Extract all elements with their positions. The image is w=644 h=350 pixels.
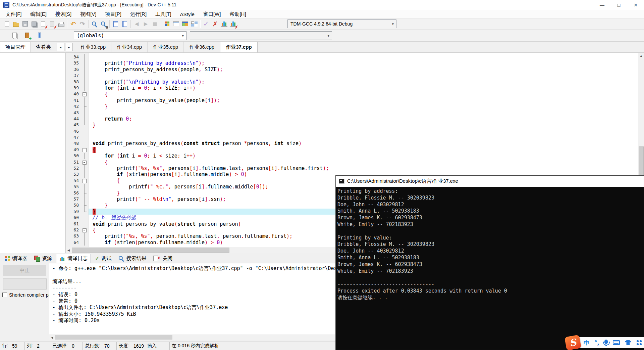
console-title-bar[interactable]: C:\Users\Administrator\Desktop\c语言\作业37.… [336,176,644,187]
code-line[interactable]: 34 [66,54,638,60]
virtual-keyboard-icon[interactable] [613,340,620,345]
code-line[interactable]: 50 for (int i = 0; i < size; i++) [66,153,638,159]
menu-search[interactable]: 搜索[S] [51,10,76,18]
voice-input-icon[interactable] [604,340,608,346]
shorten-paths-checkbox[interactable] [2,293,7,297]
code-line[interactable]: 37 [66,73,638,79]
project-options-icon[interactable] [180,19,190,29]
compiler-select[interactable]: TDM-GCC 4.9.2 64-bit Debug ▾ [287,19,396,28]
menu-tools[interactable]: 工具[T] [151,10,176,18]
insert-member-icon[interactable]: + [22,31,32,40]
run-icon[interactable] [220,19,229,29]
new-file-icon[interactable] [2,19,11,29]
editor-tab[interactable]: 作业34.cpp [111,42,148,52]
code-line[interactable]: 35 printf("Printing by address:\n"); [66,60,638,66]
code-line[interactable]: 46 [66,128,638,134]
menu-edit[interactable]: 编辑[E] [26,10,51,18]
undo-icon[interactable]: ↶ [69,19,78,29]
forward-icon[interactable]: ▶ [141,19,150,29]
toggle-class-browser-icon[interactable] [35,31,44,40]
new-window-icon[interactable] [171,19,180,29]
menu-astyle[interactable]: AStyle [176,10,199,18]
scrollbar-thumb[interactable] [55,335,172,340]
code-line[interactable]: 47 [66,134,638,140]
panel-tab-debug[interactable]: ✓调试 [92,254,114,263]
devcpp-window: C:\Users\Administrator\Desktop\c语言\作业37.… [0,0,644,350]
panel-tab-close[interactable]: ✗关闭 [150,254,175,263]
compile-icon[interactable]: ✓ [202,19,211,29]
goto-function-icon[interactable] [111,19,120,29]
code-line[interactable]: 41 print_persons_by_value(people[i]); [66,97,638,103]
sidebar-tab-class-viewer[interactable]: 查看类 [31,42,56,52]
panel-tab-compile-log[interactable]: 编译日志 [56,254,91,263]
code-line[interactable]: 42 } [66,103,638,110]
tab-scroll-left-button[interactable]: ◂ [57,43,64,51]
code-line[interactable]: 40 { [66,91,638,97]
menu-file[interactable]: 文件[F] [1,10,26,18]
scroll-left-icon[interactable]: ◀ [66,247,71,253]
profile-icon[interactable]: ✗ [229,19,238,29]
code-line[interactable]: 39 for (int i = 0; i < SIZE; i++) [66,85,638,91]
scrollbar-thumb[interactable] [72,248,229,253]
abort-run-icon[interactable]: ■ [150,19,159,29]
goto-line-icon[interactable] [120,19,129,29]
editor-tab[interactable]: 作业37.cpp [220,42,258,52]
sidebar-tab-project-manager[interactable]: 项目管理 [0,42,31,52]
members-select[interactable]: ▾ [190,31,332,40]
editor-tab[interactable]: 作业36.cpp [184,42,220,52]
code-line[interactable]: 36 print_persons_by_address(people, SIZE… [66,67,638,73]
fold-marker[interactable] [80,227,89,233]
save-all-icon[interactable] [30,19,39,29]
fold-marker[interactable] [80,178,89,184]
new-project-icon[interactable] [162,19,171,29]
editor-tab[interactable]: 作业33.cpp [75,42,111,52]
menu-help[interactable]: 帮助[H] [225,10,250,18]
fold-marker[interactable] [80,91,89,97]
panel-tab-compiler[interactable]: 编译器 [2,254,30,263]
redo-icon[interactable]: ↷ [78,19,87,29]
editor-tab[interactable]: 作业35.cpp [148,42,184,52]
code-line[interactable]: 38 printf("\nPrinting by value:\n"); [66,79,638,85]
title-bar[interactable]: C:\Users\Administrator\Desktop\c语言\作业37.… [0,0,644,10]
maximize-button[interactable]: □ [610,0,627,10]
menu-view[interactable]: 视图[V] [76,10,101,18]
code-line[interactable]: 48void print_persons_by_address(const st… [66,140,638,146]
panel-tab-resources[interactable]: 资源 [31,254,55,263]
scroll-left-icon[interactable]: ◀ [49,335,55,340]
replace-icon[interactable]: a [99,19,108,29]
log-horizontal-scrollbar[interactable]: ◀ [49,335,335,340]
tab-scroll-right-button[interactable]: ▸ [65,43,73,51]
scroll-up-icon[interactable]: ▲ [638,53,644,58]
print-icon[interactable] [57,19,66,29]
menu-run[interactable]: 运行[R] [126,10,151,18]
code-line[interactable]: 44 return 0; [66,116,638,122]
code-line[interactable]: 45} [66,122,638,128]
code-line[interactable]: 52 printf("%s, %s", persons[i].fullname.… [66,165,638,171]
skin-center-icon[interactable] [625,340,631,345]
save-icon[interactable] [20,19,30,29]
minimize-button[interactable]: — [594,0,610,10]
abort-button[interactable]: 中止 [3,265,46,276]
punctuation-icon[interactable]: °, [594,339,599,346]
sogou-logo-icon[interactable]: S [565,335,581,350]
sogou-toolbox-icon[interactable] [636,340,642,346]
close-all-icon[interactable]: ✗ [48,19,57,29]
fold-marker[interactable] [80,159,89,165]
code-line[interactable]: 49{ [66,147,638,153]
code-line[interactable]: 51 { [66,159,638,165]
fold-marker[interactable] [80,147,89,153]
menu-project[interactable]: 项目[P] [101,10,126,18]
globals-select[interactable]: (globals) ▾ [74,31,186,40]
rebuild-all-icon[interactable]: ✗ [211,19,220,29]
panel-tab-search-results[interactable]: 搜索结果 [115,254,149,263]
close-button[interactable]: ✕ [627,0,644,10]
menu-window[interactable]: 窗口[W] [199,10,225,18]
chinese-mode-icon[interactable]: 中 [584,339,589,347]
find-icon[interactable] [90,19,99,29]
code-line[interactable]: 43 [66,110,638,116]
open-file-icon[interactable] [11,19,20,29]
goto-declaration-icon[interactable] [10,31,19,40]
back-icon[interactable]: ◀ [132,19,141,29]
tile-windows-icon[interactable] [190,19,199,29]
close-file-icon[interactable]: ✗ [39,19,48,29]
